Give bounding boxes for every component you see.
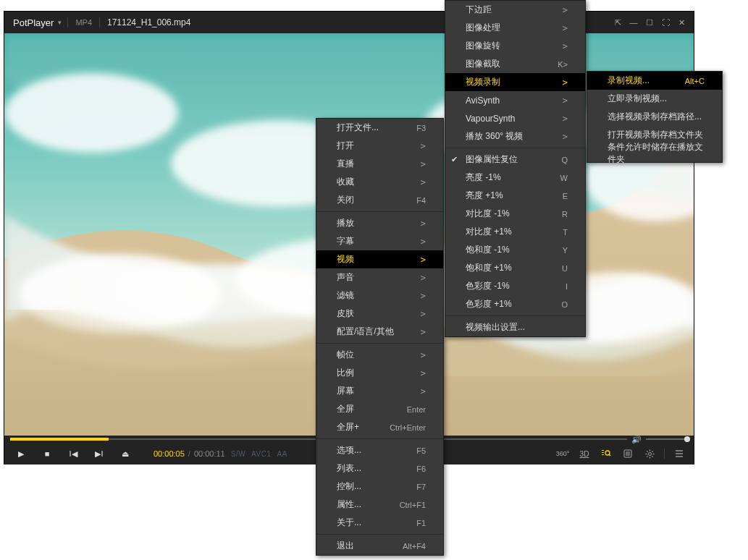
menu-contrast-down[interactable]: 对比度 -1%R [445, 205, 585, 223]
menu-favorites[interactable]: 收藏> [316, 173, 443, 191]
check-icon: ✔ [451, 155, 458, 164]
eject-button[interactable]: ⏏ [113, 446, 138, 462]
chevron-down-icon: ▾ [58, 19, 62, 26]
menu-image-processing[interactable]: 图像处理> [445, 19, 585, 37]
menu-hue-up[interactable]: 色彩度 +1%O [445, 295, 585, 313]
codec-audio: AA [277, 450, 287, 458]
menu-about[interactable]: 关于...F1 [316, 514, 443, 532]
time-total: 00:00:11 [194, 449, 225, 458]
menu-close[interactable]: 关闭F4 [316, 191, 443, 209]
menu-fullscreen-plus[interactable]: 全屏+Ctrl+Enter [316, 418, 443, 436]
stop-button[interactable]: ■ [35, 446, 59, 462]
menu-record-now[interactable]: 立即录制视频... [587, 90, 722, 108]
menu-saturation-down[interactable]: 饱和度 -1%Y [445, 241, 585, 259]
menu-brightness-up[interactable]: 亮度 +1%E [445, 187, 585, 205]
menu-choose-path[interactable]: 选择视频录制存档路径... [587, 108, 722, 126]
menu-reset-image[interactable]: ✔图像属性复位Q [445, 150, 585, 169]
window-buttons: ⇱ — ☐ ⛶ ✕ [610, 14, 694, 30]
svg-rect-10 [602, 454, 604, 455]
menu-options[interactable]: 选项...F5 [316, 441, 443, 459]
volume-icon[interactable]: 🔊 [631, 435, 642, 444]
menu-subtitle[interactable]: 字幕> [316, 232, 443, 250]
menu-image-capture[interactable]: 图像截取K> [445, 55, 585, 73]
menu-button[interactable] [669, 446, 689, 462]
menu-open[interactable]: 打开> [316, 137, 443, 155]
filetype-label: MP4 [68, 18, 99, 27]
menu-bottom-margin[interactable]: 下边距> [445, 1, 585, 19]
360-button[interactable]: 360° [552, 446, 573, 462]
pin-icon[interactable]: ⇱ [610, 14, 626, 30]
menu-open-file[interactable]: 打开文件...F3 [316, 119, 443, 137]
close-icon[interactable]: ✕ [673, 14, 689, 30]
menu-separator [445, 148, 585, 148]
filename-label: 171124_H1_006.mp4 [100, 17, 198, 27]
maximize-icon[interactable]: ☐ [642, 14, 657, 30]
menu-separator [445, 315, 585, 316]
menu-properties[interactable]: 属性...Ctrl+F1 [316, 496, 443, 514]
codec-video: AVC1 [251, 450, 271, 458]
menu-avisynth[interactable]: AviSynth> [445, 91, 585, 109]
divider [664, 449, 665, 459]
play-button[interactable]: ▶ [9, 446, 33, 462]
svg-line-24 [652, 451, 652, 451]
menu-video-output[interactable]: 视频输出设置... [445, 318, 585, 336]
menu-play360[interactable]: 播放 360° 视频> [445, 127, 585, 145]
playlist-icon [623, 449, 632, 458]
menu-frame[interactable]: 帧位> [316, 346, 443, 364]
svg-rect-8 [602, 450, 604, 451]
context-menu-record: 录制视频...Alt+C 立即录制视频... 选择视频录制存档路径... 打开视… [587, 71, 723, 163]
menu-separator [316, 438, 443, 439]
menu-config[interactable]: 配置/语言/其他> [316, 323, 443, 341]
menu-separator [316, 343, 443, 344]
svg-line-12 [609, 454, 610, 456]
context-menu-video: 下边距> 图像处理> 图像旋转> 图像截取K> 视频录制> AviSynth> … [445, 0, 586, 337]
menu-separator [316, 211, 443, 212]
prev-button[interactable]: I◀ [61, 446, 85, 462]
menu-list[interactable]: 列表...F6 [316, 459, 443, 478]
search-button[interactable] [596, 446, 616, 462]
time-separator: / [188, 449, 190, 458]
menu-contrast-up[interactable]: 对比度 +1%T [445, 223, 585, 241]
titlebar: PotPlayer ▾ MP4 171124_H1_006.mp4 ⇱ — ☐ … [4, 12, 694, 33]
menu-image-rotate[interactable]: 图像旋转> [445, 37, 585, 55]
fullscreen-icon[interactable]: ⛶ [657, 14, 673, 30]
search-icon [601, 449, 611, 459]
menu-control[interactable]: 控制...F7 [316, 478, 443, 496]
menu-fullscreen[interactable]: 全屏Enter [316, 400, 443, 418]
menu-audio[interactable]: 声音> [316, 268, 443, 287]
menu-screen[interactable]: 屏幕> [316, 382, 443, 400]
menu-filter[interactable]: 滤镜> [316, 287, 443, 305]
menu-live[interactable]: 直播> [316, 155, 443, 173]
menu-saturation-up[interactable]: 饱和度 +1%U [445, 259, 585, 277]
svg-line-25 [647, 456, 647, 457]
gear-icon [645, 449, 655, 459]
menu-allow-save[interactable]: 条件允许时储存在播放文件夹 [587, 144, 722, 162]
svg-point-1 [4, 73, 178, 153]
menu-video[interactable]: 视频> [316, 250, 443, 268]
context-menu-main: 打开文件...F3 打开> 直播> 收藏> 关闭F4 播放> 字幕> 视频> 声… [316, 118, 444, 556]
volume-track[interactable] [646, 438, 688, 440]
menu-record-video[interactable]: 录制视频...Alt+C [587, 72, 722, 90]
menu-skin[interactable]: 皮肤> [316, 305, 443, 323]
menu-exit[interactable]: 退出Alt+F4 [316, 537, 443, 555]
minimize-icon[interactable]: — [626, 14, 642, 30]
menu-brightness-down[interactable]: 亮度 -1%W [445, 169, 585, 187]
playlist-button[interactable] [618, 446, 638, 462]
svg-point-17 [648, 452, 651, 455]
volume-knob[interactable] [684, 436, 690, 442]
volume-area: 🔊 [631, 435, 688, 444]
menu-video-record[interactable]: 视频录制> [445, 73, 585, 91]
settings-button[interactable] [639, 446, 660, 462]
menu-play[interactable]: 播放> [316, 214, 443, 232]
next-button[interactable]: ▶I [87, 446, 112, 462]
menu-hue-down[interactable]: 色彩度 -1%I [445, 277, 585, 295]
3d-button[interactable]: 3D [574, 446, 594, 462]
svg-line-22 [647, 451, 647, 451]
svg-line-23 [652, 456, 652, 457]
menu-ratio[interactable]: 比例> [316, 364, 443, 382]
progress-fill [10, 438, 109, 441]
menu-separator [316, 534, 443, 535]
app-name-label: PotPlayer [13, 17, 54, 28]
app-menu-button[interactable]: PotPlayer ▾ [4, 17, 67, 28]
menu-vapoursynth[interactable]: VapourSynth> [445, 109, 585, 127]
